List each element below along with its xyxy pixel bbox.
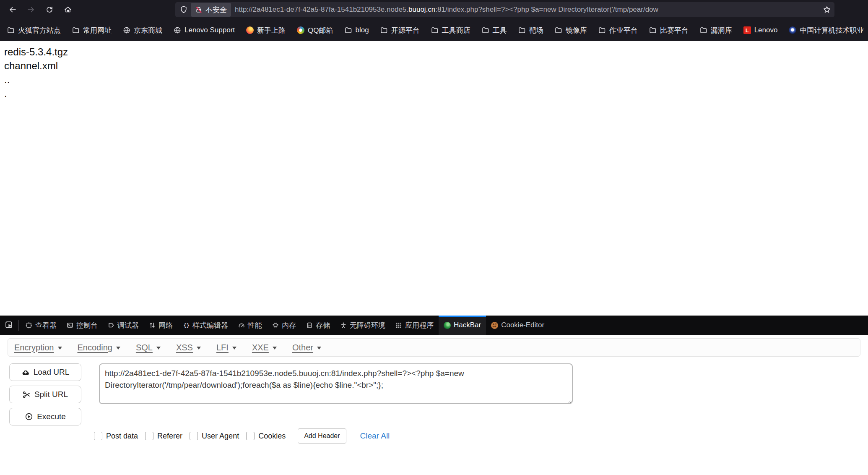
home-button[interactable] [60,3,75,17]
add-header-button[interactable]: Add Header [298,428,346,444]
url-prefix: http://2a481ec1-de7f-42a5-87fa-1541b2109… [235,5,408,13]
bookmark-item[interactable]: 作业平台 [598,26,638,35]
bookmark-item[interactable]: 漏洞库 [700,26,732,35]
tab-storage[interactable]: 存储 [301,316,335,335]
cookies-checkbox[interactable] [246,432,255,440]
folder-icon [7,26,15,34]
menu-encryption[interactable]: Encryption [14,343,62,352]
devtools-separator [18,320,19,331]
tab-label: 调试器 [117,321,139,330]
caret-down-icon [156,347,161,350]
menu-sql[interactable]: SQL [136,343,161,352]
menu-lfi[interactable]: LFI [216,343,236,352]
bookmark-item[interactable]: 中国计算机技术职业 [789,26,864,35]
tab-label: 样式编辑器 [192,321,228,330]
tab-application[interactable]: 应用程序 [390,316,439,335]
split-url-button[interactable]: Split URL [9,386,81,403]
bookmark-item[interactable]: Lenovo [743,26,778,34]
cookie-icon [491,322,498,329]
browser-toolbar: 不安全 http://2a481ec1-de7f-42a5-87fa-1541b… [0,0,868,19]
post-data-option[interactable]: Post data [94,432,138,441]
listing-line: . [4,86,868,100]
bookmark-item[interactable]: 常用网址 [72,26,112,35]
pick-element-icon [5,321,14,330]
user-agent-option[interactable]: User Agent [190,432,239,441]
user-agent-checkbox[interactable] [190,432,198,440]
tab-hackbar[interactable]: HackBar [439,316,486,335]
tracking-shield-icon[interactable] [179,5,188,14]
bookmark-item[interactable]: 比赛平台 [649,26,689,35]
bookmark-item[interactable]: blog [345,26,369,34]
menu-encoding[interactable]: Encoding [78,343,120,352]
tab-cookie-editor[interactable]: Cookie-Editor [486,316,549,335]
payload-area: http://2a481ec1-de7f-42a5-87fa-1541b2109… [99,363,573,425]
caret-down-icon [273,347,277,350]
devtools-tab-bar: 查看器 控制台 调试器 网络 {} 样式编辑器 性能 内存 存储 无障碍环境 应… [0,316,868,335]
post-data-checkbox[interactable] [94,432,102,440]
style-editor-icon: {} [183,322,190,329]
request-options-row: Post data Referer User Agent Cookies Add… [94,428,860,444]
bookmark-label: 常用网址 [83,26,112,35]
reload-button[interactable] [42,3,57,17]
bookmark-label: 工具商店 [442,26,470,35]
menu-other[interactable]: Other [292,343,321,352]
tab-performance[interactable]: 性能 [233,316,267,335]
listing-line: channel.xml [4,59,868,73]
bookmark-label: QQ邮箱 [308,26,333,35]
load-url-button[interactable]: Load URL [9,363,81,381]
forward-button[interactable] [23,3,39,17]
tab-label: 性能 [248,321,262,330]
bookmark-item[interactable]: 工具 [482,26,507,35]
security-label: 不安全 [205,5,227,15]
folder-icon [482,26,489,34]
folder-icon [598,26,606,34]
bookmark-item[interactable]: QQ邮箱 [297,26,333,35]
cookies-option[interactable]: Cookies [246,432,286,441]
debugger-icon [108,322,114,329]
star-icon [823,5,831,14]
tab-accessibility[interactable]: 无障碍环境 [335,316,390,335]
bookmark-item[interactable]: 镜像库 [555,26,587,35]
menu-xxe[interactable]: XXE [252,343,277,352]
bookmark-star-button[interactable] [823,5,831,14]
forward-icon [27,5,35,14]
bookmark-item[interactable]: 开源平台 [380,26,420,35]
listing-line: redis-5.3.4.tgz [4,45,868,59]
tab-debugger[interactable]: 调试器 [103,316,144,335]
menu-xss[interactable]: XSS [176,343,201,352]
bookmark-item[interactable]: 新手上路 [246,26,286,35]
address-bar[interactable]: 不安全 http://2a481ec1-de7f-42a5-87fa-1541b… [175,2,834,17]
execute-button[interactable]: Execute [9,408,81,425]
bookmark-item[interactable]: 火狐官方站点 [7,26,61,35]
globe-icon [123,26,130,34]
referer-checkbox[interactable] [145,432,153,440]
tab-style-editor[interactable]: {} 样式编辑器 [178,316,233,335]
url-input[interactable]: http://2a481ec1-de7f-42a5-87fa-1541b2109… [235,5,819,14]
hackbar-menubar: Encryption Encoding SQL XSS LFI XXE Othe… [8,338,860,357]
url-domain: buuoj.cn [408,5,435,13]
tab-inspector[interactable]: 查看器 [21,316,62,335]
network-icon [149,322,156,329]
bookmark-label: 京东商城 [134,26,162,35]
bookmark-label: 作业平台 [609,26,638,35]
tab-memory[interactable]: 内存 [267,316,301,335]
folder-icon [700,26,707,34]
caret-down-icon [317,347,321,350]
tab-console[interactable]: 控制台 [62,316,103,335]
folder-icon [555,26,562,34]
site-security-chip[interactable]: 不安全 [191,3,231,17]
back-button[interactable] [5,3,20,17]
tab-label: 查看器 [35,321,57,330]
clear-all-link[interactable]: Clear All [360,431,390,441]
referer-option[interactable]: Referer [145,432,182,441]
bookmark-item[interactable]: 工具商店 [431,26,470,35]
bookmark-item[interactable]: Lenovo Support [174,26,235,34]
bookmark-item[interactable]: 京东商城 [123,26,162,35]
lenovo-icon [743,26,751,34]
bookmark-item[interactable]: 靶场 [518,26,543,35]
pick-element-button[interactable] [0,316,18,335]
payload-textarea[interactable]: http://2a481ec1-de7f-42a5-87fa-1541b2109… [99,363,573,404]
tab-network[interactable]: 网络 [144,316,178,335]
url-fade-overlay [796,5,819,14]
accessibility-icon [340,322,347,329]
